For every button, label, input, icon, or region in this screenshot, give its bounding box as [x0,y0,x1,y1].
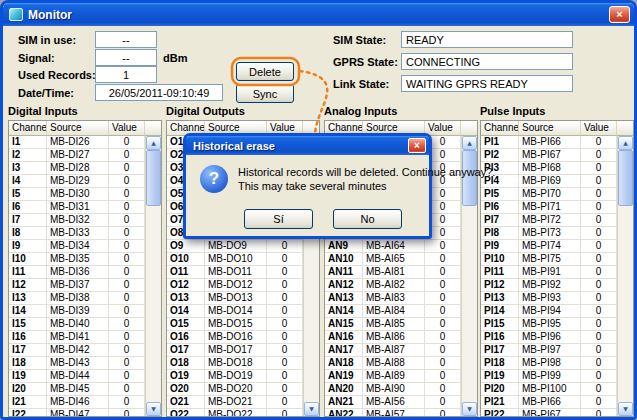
sim-state-field[interactable]: READY [401,31,573,48]
table-row[interactable]: O14MB-DO140 [167,305,303,318]
table-row[interactable]: I9MB-DI340 [9,240,145,253]
table-row[interactable]: I6MB-DI310 [9,201,145,214]
channel-column-header[interactable]: Channel [9,121,47,136]
table-row[interactable]: O12MB-DO120 [167,279,303,292]
sim-in-use-field[interactable]: -- [95,31,157,48]
value-column-header[interactable]: Value [581,121,617,136]
table-row[interactable]: PI8MB-PI730 [481,227,617,240]
table-row[interactable]: PI16MB-PI960 [481,331,617,344]
table-row[interactable]: AN19MB-AI890 [325,370,461,383]
table-row[interactable]: PI5MB-PI700 [481,188,617,201]
table-row[interactable]: PI1MB-PI660 [481,136,617,149]
table-row[interactable]: I22MB-DI470 [9,409,145,416]
table-row[interactable]: PI6MB-PI710 [481,201,617,214]
scrollbar-thumb[interactable] [146,150,161,206]
table-row[interactable]: PI18MB-PI980 [481,357,617,370]
table-row[interactable]: PI7MB-PI720 [481,214,617,227]
table-row[interactable]: AN15MB-AI850 [325,318,461,331]
table-row[interactable]: AN9MB-AI640 [325,240,461,253]
table-row[interactable]: AN18MB-AI880 [325,357,461,370]
table-row[interactable]: I3MB-DI280 [9,162,145,175]
table-row[interactable]: PI12MB-PI920 [481,279,617,292]
table-row[interactable]: PI21MB-PI660 [481,396,617,409]
table-row[interactable]: I11MB-DI360 [9,266,145,279]
table-row[interactable]: I4MB-DI290 [9,175,145,188]
sync-button[interactable]: Sync [236,84,294,103]
table-row[interactable]: PI10MB-PI750 [481,253,617,266]
channel-column-header[interactable]: Channel [481,121,519,136]
scroll-up-icon[interactable]: ▲ [618,136,633,150]
table-row[interactable]: AN11MB-AI810 [325,266,461,279]
title-bar[interactable]: Monitor × [3,3,634,26]
scroll-down-icon[interactable]: ▼ [462,402,477,416]
table-row[interactable]: O19MB-DO190 [167,370,303,383]
table-row[interactable]: AN14MB-AI840 [325,305,461,318]
scroll-down-icon[interactable]: ▼ [618,402,633,416]
table-row[interactable]: O20MB-DO200 [167,383,303,396]
table-row[interactable]: O13MB-DO130 [167,292,303,305]
vertical-scrollbar[interactable]: ▲ ▼ [617,136,633,416]
table-row[interactable]: PI19MB-PI990 [481,370,617,383]
table-row[interactable]: PI17MB-PI970 [481,344,617,357]
value-column-header[interactable]: Value [109,121,145,136]
table-row[interactable]: I7MB-DI320 [9,214,145,227]
table-row[interactable]: PI22MB-PI670 [481,409,617,416]
scroll-up-icon[interactable]: ▲ [146,136,161,150]
signal-field[interactable]: -- [95,49,157,66]
table-row[interactable]: I1MB-DI260 [9,136,145,149]
table-row[interactable]: AN17MB-AI870 [325,344,461,357]
datetime-field[interactable]: 26/05/2011-09:10:49 [95,84,223,101]
no-button[interactable]: No [333,209,402,229]
table-row[interactable]: AN10MB-AI650 [325,253,461,266]
table-row[interactable]: O16MB-DO160 [167,331,303,344]
table-row[interactable]: I15MB-DI400 [9,318,145,331]
table-row[interactable]: I16MB-DI410 [9,331,145,344]
dialog-title-bar[interactable]: Historical erase × [186,136,429,155]
delete-button[interactable]: Delete [236,62,294,81]
dialog-close-button[interactable]: × [408,138,426,153]
table-row[interactable]: PI11MB-PI910 [481,266,617,279]
table-row[interactable]: PI4MB-PI690 [481,175,617,188]
table-row[interactable]: PI20MB-PI1000 [481,383,617,396]
table-row[interactable]: I8MB-DI330 [9,227,145,240]
vertical-scrollbar[interactable]: ▲ ▼ [145,136,161,416]
table-row[interactable]: O9MB-DO90 [167,240,303,253]
table-row[interactable]: PI14MB-PI940 [481,305,617,318]
table-row[interactable]: I18MB-DI430 [9,357,145,370]
table-row[interactable]: I13MB-DI380 [9,292,145,305]
window-close-button[interactable]: × [609,6,630,23]
gprs-state-field[interactable]: CONNECTING [401,53,573,70]
table-row[interactable]: AN22MB-AI570 [325,409,461,416]
scroll-down-icon[interactable]: ▼ [146,402,161,416]
table-row[interactable]: O11MB-DO110 [167,266,303,279]
table-row[interactable]: AN13MB-AI830 [325,292,461,305]
table-row[interactable]: I5MB-DI300 [9,188,145,201]
source-column-header[interactable]: Source [519,121,581,136]
used-records-field[interactable]: 1 [95,66,157,83]
table-row[interactable]: AN16MB-AI860 [325,331,461,344]
scroll-down-icon[interactable]: ▼ [304,402,319,416]
table-row[interactable]: PI9MB-PI740 [481,240,617,253]
table-row[interactable]: O17MB-DO170 [167,344,303,357]
scrollbar-thumb[interactable] [618,150,633,206]
table-row[interactable]: I17MB-DI420 [9,344,145,357]
table-row[interactable]: O21MB-DO210 [167,396,303,409]
source-column-header[interactable]: Source [47,121,109,136]
table-row[interactable]: I2MB-DI270 [9,149,145,162]
table-row[interactable]: O18MB-DO180 [167,357,303,370]
table-row[interactable]: AN21MB-AI560 [325,396,461,409]
table-row[interactable]: AN12MB-AI820 [325,279,461,292]
table-row[interactable]: AN20MB-AI900 [325,383,461,396]
table-row[interactable]: I10MB-DI350 [9,253,145,266]
table-row[interactable]: I21MB-DI460 [9,396,145,409]
value-column-header[interactable]: Value [425,121,461,136]
table-row[interactable]: I20MB-DI450 [9,383,145,396]
table-row[interactable]: PI13MB-PI930 [481,292,617,305]
table-row[interactable]: O15MB-DO150 [167,318,303,331]
link-state-field[interactable]: WAITING GPRS READY [401,75,573,92]
table-row[interactable]: O22MB-DO220 [167,409,303,416]
scrollbar-thumb[interactable] [462,150,477,206]
vertical-scrollbar[interactable]: ▲ ▼ [461,136,477,416]
yes-button[interactable]: Sí [244,209,313,229]
scroll-up-icon[interactable]: ▲ [462,136,477,150]
